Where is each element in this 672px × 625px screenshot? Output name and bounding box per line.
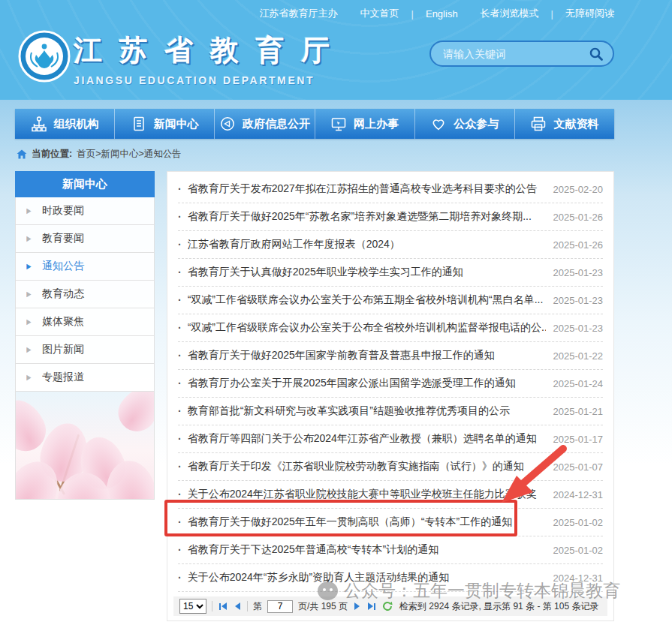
nav-item-online-service[interactable]: 网上办事 xyxy=(315,109,414,139)
news-date: 2025-01-22 xyxy=(553,350,604,362)
news-list-item[interactable]: · 省教育厅关于做好2025年“苏教名家”培养对象遴选暨第二期培养对象终期...… xyxy=(178,203,603,231)
news-list-panel: · 省教育厅关于发布2027年拟在江苏招生的普通高校专业选考科目要求的公告 20… xyxy=(167,171,614,621)
sidebar-item-label: 时政要闻 xyxy=(42,204,84,218)
triangle-icon: ▶ xyxy=(26,290,31,299)
news-list-item[interactable]: · 关于公布2024年江苏省职业院校技能大赛中等职业学校班主任能力比赛获奖 20… xyxy=(178,481,603,509)
breadcrumb-label: 当前位置: xyxy=(32,148,72,161)
news-list-item[interactable]: · 关于公布2024年“苏乡永助”资助育人主题活动结果的通知 2024-12-3… xyxy=(178,564,603,592)
news-list-item[interactable]: · 省教育厅关于认真做好2025年职业学校学生实习工作的通知 2025-01-2… xyxy=(178,259,603,287)
news-title-link[interactable]: 省教育厅关于做好2025年国家学前教育普及普惠县申报工作的通知 xyxy=(188,349,546,362)
english-link[interactable]: English xyxy=(426,8,458,20)
page-number-input[interactable] xyxy=(267,600,293,613)
sidebar-item-current-affairs[interactable]: ▶ 时政要闻 xyxy=(15,197,155,225)
main-nav: 组织机构 新闻中心 政府信息公开 网上办事 公众参与 xyxy=(15,109,614,139)
news-title-link[interactable]: 省教育厅关于下达2025年普通高校“专转本”计划的通知 xyxy=(188,543,546,557)
nav-label: 文献资料 xyxy=(553,117,598,131)
host-link[interactable]: 江苏省教育厅主办 xyxy=(260,7,338,20)
sidebar-item-education-news[interactable]: ▶ 教育要闻 xyxy=(15,225,155,253)
triangle-icon: ▶ xyxy=(26,235,31,243)
lotus-emblem-icon xyxy=(18,30,71,83)
department-logo[interactable] xyxy=(18,30,71,83)
bullet-icon: · xyxy=(178,572,182,584)
news-list-item[interactable]: · 省教育厅关于做好2025年国家学前教育普及普惠县申报工作的通知 2025-0… xyxy=(178,342,603,370)
sidebar-item-special-reports[interactable]: ▶ 专题报道 xyxy=(15,364,155,392)
news-date: 2025-02-20 xyxy=(553,184,604,195)
sidebar-item-label: 通知公告 xyxy=(42,260,84,273)
news-list-item[interactable]: · “双减”工作省级联席会议办公室关于公布第五期全省校外培训机构“黑白名单...… xyxy=(178,287,603,314)
news-list-item[interactable]: · 省教育厅等四部门关于公布2024年江苏省产业教授（兼职）选聘名单的通知 20… xyxy=(178,425,603,453)
page-size-select[interactable]: 15 xyxy=(179,599,206,614)
nav-item-gov-info[interactable]: 政府信息公开 xyxy=(214,109,314,139)
news-list-item[interactable]: · 江苏省教育厅政府网站工作年度报表（2024） 2025-01-26 xyxy=(178,231,603,259)
nav-item-news-center[interactable]: 新闻中心 xyxy=(114,109,214,139)
news-list-item[interactable]: · 省教育厅办公室关于开展2025年国家公派出国留学选派受理工作的通知 2025… xyxy=(178,370,603,398)
news-list-item-highlighted[interactable]: · 省教育厅关于做好2025年五年一贯制高职（高师）“专转本”工作的通知 202… xyxy=(178,509,603,536)
news-title-link[interactable]: 教育部首批“新文科研究与改革实践项目”结题验收推荐优秀项目的公示 xyxy=(188,404,546,418)
prev-page-button[interactable] xyxy=(234,601,242,611)
chinese-home-link[interactable]: 中文首页 xyxy=(360,7,399,20)
sidebar-item-label: 教育要闻 xyxy=(42,232,84,245)
news-title-link[interactable]: 省教育厅关于印发《江苏省职业院校劳动教育实施指南（试行）》的通知 xyxy=(188,460,546,473)
news-title-link[interactable]: 省教育厅办公室关于开展2025年国家公派出国留学选派受理工作的通知 xyxy=(188,377,546,390)
news-date: 2025-01-07 xyxy=(553,461,604,473)
first-page-icon xyxy=(219,603,221,610)
sidebar-item-label: 媒体聚焦 xyxy=(42,315,84,329)
sidebar-item-education-dynamics[interactable]: ▶ 教育动态 xyxy=(15,281,155,308)
divider xyxy=(247,601,248,611)
news-date: 2025-01-23 xyxy=(553,323,604,334)
magnolia-flower-image xyxy=(15,392,155,500)
accessibility-link[interactable]: 无障碍阅读 xyxy=(565,7,614,20)
bullet-icon: · xyxy=(178,461,182,473)
news-list-item[interactable]: · 教育部首批“新文科研究与改革实践项目”结题验收推荐优秀项目的公示 2025-… xyxy=(178,398,603,425)
news-title-link[interactable]: 关于公布2024年江苏省职业院校技能大赛中等职业学校班主任能力比赛获奖 xyxy=(188,488,546,501)
sidebar-item-notices[interactable]: ▶ 通知公告 xyxy=(15,253,155,281)
sidebar-item-media-focus[interactable]: ▶ 媒体聚焦 xyxy=(15,308,155,336)
news-title-link[interactable]: “双减”工作省级联席会议办公室关于公布第五期全省校外培训机构“黑白名单... xyxy=(188,293,546,307)
last-page-button[interactable] xyxy=(366,601,377,611)
prev-page-icon xyxy=(235,602,240,610)
news-list-item[interactable]: · 省教育厅关于印发《江苏省职业院校劳动教育实施指南（试行）》的通知 2025-… xyxy=(178,453,603,481)
news-date: 2025-01-26 xyxy=(553,212,604,223)
news-title-link[interactable]: 关于公布2024年“苏乡永助”资助育人主题活动结果的通知 xyxy=(188,571,546,584)
search-button[interactable] xyxy=(587,45,605,63)
news-title-link[interactable]: 省教育厅等四部门关于公布2024年江苏省产业教授（兼职）选聘名单的通知 xyxy=(188,432,546,446)
news-title-link[interactable]: 江苏省教育厅政府网站工作年度报表（2024） xyxy=(188,238,546,251)
news-list-item[interactable]: · 省教育厅关于发布2027年拟在江苏招生的普通高校专业选考科目要求的公告 20… xyxy=(178,176,603,203)
refresh-icon[interactable] xyxy=(382,601,393,611)
site-search xyxy=(429,41,614,67)
news-date: 2025-01-02 xyxy=(553,517,604,528)
nav-item-public-participation[interactable]: 公众参与 xyxy=(414,109,514,139)
online-service-icon xyxy=(330,116,347,132)
bullet-icon: · xyxy=(178,377,182,389)
news-title-link[interactable]: 省教育厅关于做好2025年“苏教名家”培养对象遴选暨第二期培养对象终期... xyxy=(188,210,546,224)
news-date: 2024-12-31 xyxy=(553,572,604,584)
search-input[interactable] xyxy=(443,48,587,60)
page-label-suffix: 页/共 195 页 xyxy=(298,600,348,613)
nav-label: 新闻中心 xyxy=(154,117,199,131)
news-list-item[interactable]: · “双减”工作省级联席会议办公室关于公布全省校外培训机构监督举报电话的公...… xyxy=(178,314,603,342)
first-page-button[interactable] xyxy=(218,601,228,611)
nav-item-documents[interactable]: 文献资料 xyxy=(514,109,614,139)
news-title-link[interactable]: “双减”工作省级联席会议办公室关于公布全省校外培训机构监督举报电话的公... xyxy=(188,321,546,335)
sidebar-item-label: 专题报道 xyxy=(42,371,84,384)
bullet-icon: · xyxy=(178,516,182,528)
sidebar-item-photo-news[interactable]: ▶ 图片新闻 xyxy=(15,336,155,364)
sidebar-news-menu: 新闻中心 ▶ 时政要闻 ▶ 教育要闻 ▶ 通知公告 ▶ 教育动态 ▶ 媒体聚焦 … xyxy=(15,171,155,500)
next-page-button[interactable] xyxy=(353,601,361,611)
news-title-link[interactable]: 省教育厅关于发布2027年拟在江苏招生的普通高校专业选考科目要求的公告 xyxy=(188,182,546,196)
pagination-bar: 15 第 页/共 195 页 检索到 2924 条记录, 显示第 91 条 - … xyxy=(173,596,607,616)
news-date: 2025-01-21 xyxy=(553,406,604,417)
news-title-link[interactable]: 省教育厅关于认真做好2025年职业学校学生实习工作的通知 xyxy=(188,266,546,279)
bullet-icon: · xyxy=(178,405,182,417)
nav-item-organization[interactable]: 组织机构 xyxy=(15,109,114,139)
bullet-icon: · xyxy=(178,239,182,251)
news-doc-icon xyxy=(131,116,147,132)
nav-label: 公众参与 xyxy=(454,117,499,131)
elder-mode-link[interactable]: 长者浏览模式 xyxy=(481,7,539,20)
nav-label: 政府信息公开 xyxy=(243,117,310,131)
news-title-link[interactable]: 省教育厅关于做好2025年五年一贯制高职（高师）“专转本”工作的通知 xyxy=(188,515,546,529)
breadcrumb-path[interactable]: 首页>新闻中心>通知公告 xyxy=(77,148,182,161)
news-list-item[interactable]: · 省教育厅关于下达2025年普通高校“专转本”计划的通知 2025-01-02 xyxy=(178,536,603,564)
utility-bar: 江苏省教育厅主办 中文首页 | English 长者浏览模式 | 无障碍阅读 xyxy=(15,7,614,20)
nav-label: 网上办事 xyxy=(354,117,399,131)
